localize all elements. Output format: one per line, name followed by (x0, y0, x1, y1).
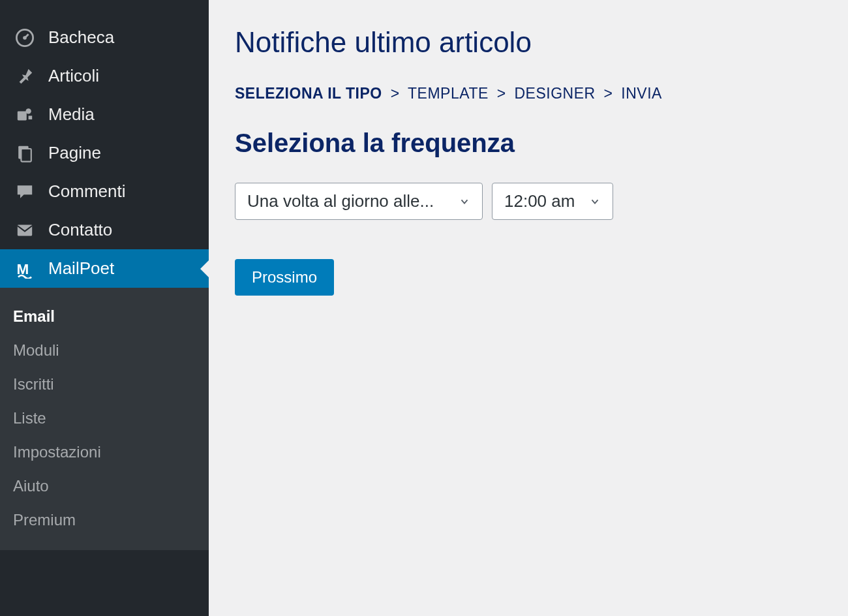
sidebar-item-label: Contatto (48, 220, 112, 240)
page-title: Notifiche ultimo articolo (235, 26, 822, 59)
admin-sidebar: Bacheca Articoli Media Pagine Commenti C… (0, 0, 209, 616)
comment-icon (13, 183, 37, 201)
media-icon (13, 106, 37, 124)
breadcrumb-separator: > (497, 85, 506, 102)
breadcrumb-step-designer[interactable]: DESIGNER (515, 85, 596, 102)
time-select-value: 12:00 am (504, 191, 575, 211)
sidebar-item-label: Pagine (48, 143, 101, 163)
frequency-select[interactable]: Una volta al giorno alle... (235, 183, 483, 220)
frequency-select-value: Una volta al giorno alle... (247, 191, 434, 211)
breadcrumb-step-template[interactable]: TEMPLATE (408, 85, 489, 102)
svg-point-1 (23, 36, 27, 40)
pages-icon (13, 144, 37, 162)
chevron-down-icon (459, 196, 470, 208)
sidebar-item-label: Articoli (48, 66, 99, 86)
time-select[interactable]: 12:00 am (492, 183, 613, 220)
breadcrumb: SELEZIONA IL TIPO > TEMPLATE > DESIGNER … (235, 85, 822, 102)
sidebar-item-bacheca[interactable]: Bacheca (0, 18, 209, 57)
subheading: Seleziona la frequenza (235, 129, 822, 158)
svg-rect-5 (21, 149, 31, 162)
submenu-item-liste[interactable]: Liste (0, 401, 209, 435)
svg-rect-2 (18, 111, 27, 120)
submenu-item-impostazioni[interactable]: Impostazioni (0, 435, 209, 469)
dashboard-icon (13, 29, 37, 47)
sidebar-item-media[interactable]: Media (0, 95, 209, 134)
sidebar-item-mailpoet[interactable]: M MailPoet (0, 249, 209, 288)
svg-point-3 (25, 108, 31, 114)
sidebar-item-label: MailPoet (48, 258, 114, 279)
breadcrumb-step-invia[interactable]: INVIA (621, 85, 662, 102)
sidebar-item-contatto[interactable]: Contatto (0, 211, 209, 249)
sidebar-item-pagine[interactable]: Pagine (0, 134, 209, 172)
svg-rect-6 (18, 224, 32, 236)
submenu-item-email[interactable]: Email (0, 300, 209, 333)
breadcrumb-separator: > (391, 85, 400, 102)
chevron-down-icon (589, 196, 601, 208)
sidebar-item-commenti[interactable]: Commenti (0, 172, 209, 211)
sidebar-item-label: Commenti (48, 181, 125, 202)
breadcrumb-separator: > (604, 85, 613, 102)
mailpoet-submenu: Email Moduli Iscritti Liste Impostazioni… (0, 288, 209, 550)
submenu-item-moduli[interactable]: Moduli (0, 333, 209, 367)
sidebar-item-label: Media (48, 104, 95, 125)
main-content: Notifiche ultimo articolo SELEZIONA IL T… (209, 0, 848, 616)
sidebar-item-articoli[interactable]: Articoli (0, 57, 209, 95)
breadcrumb-step-seleziona-il-tipo[interactable]: SELEZIONA IL TIPO (235, 85, 382, 102)
sidebar-item-label: Bacheca (48, 27, 114, 48)
svg-text:M: M (17, 260, 29, 277)
submenu-item-aiuto[interactable]: Aiuto (0, 469, 209, 503)
frequency-controls: Una volta al giorno alle... 12:00 am (235, 183, 822, 220)
pin-icon (13, 67, 37, 85)
submenu-item-iscritti[interactable]: Iscritti (0, 367, 209, 401)
mailpoet-icon: M (13, 259, 37, 279)
submenu-item-premium[interactable]: Premium (0, 503, 209, 537)
next-button[interactable]: Prossimo (235, 259, 334, 296)
mail-icon (13, 221, 37, 239)
